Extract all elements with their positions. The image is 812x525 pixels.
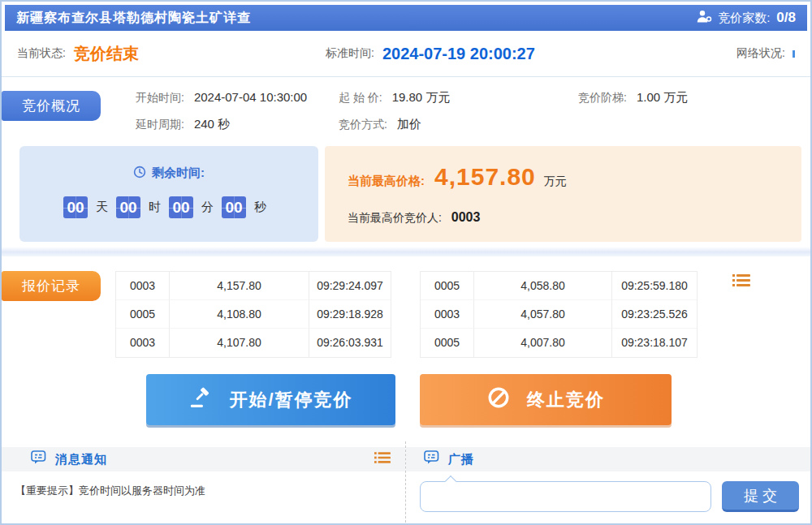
bid-table-left: 0003 4,157.80 09:29:24.097 0005 4,108.80… [115,271,391,358]
time-label: 标准时间: [326,46,374,61]
table-cell-price: 4,057.80 [474,300,612,329]
countdown-title: 剩余时间: [19,166,318,181]
field-value: 1.00 万元 [637,90,688,104]
list-icon[interactable] [732,273,750,290]
field-start-time: 开始时间:2024-07-04 10:30:00 [136,90,307,105]
speech-bubble-icon [31,450,47,468]
table-cell-bidder: 0005 [421,272,474,300]
network-status: 网络状况: [736,46,795,61]
start-pause-button[interactable]: 开始/暂停竞价 [146,374,395,425]
highest-price-panel: 当前最高价格: 4,157.80 万元 当前最高价竞价人: 0003 [325,146,801,242]
table-cell-price: 4,107.80 [170,329,309,357]
field-start-price: 起 始 价:19.80 万元 [339,90,450,105]
start-pause-label: 开始/暂停竞价 [229,388,352,412]
submit-button[interactable]: 提 交 [722,481,799,512]
highest-price-label: 当前最高价格: [348,174,425,189]
status-value: 竞价结束 [74,43,139,65]
messages-title: 消息通知 [55,452,107,467]
field-label: 竞价阶梯: [578,91,627,104]
countdown-hours: 00 [116,196,140,218]
field-bid-mode: 竞价方式:加价 [339,117,421,132]
title-bar: 新疆察布查尔县塔勒德村陶瓷土矿详查 竞价家数: 0/8 [5,5,807,31]
messages-list-icon[interactable] [374,451,391,467]
bidder-count-label: 竞价家数: [718,11,770,26]
records-section: 报价记录 0003 4,157.80 09:29:24.097 0005 4,1… [2,256,810,441]
field-label: 起 始 价: [339,91,382,104]
broadcast-input-row: 提 交 [406,471,810,512]
messages-panel: 消息通知 【重要提示】竞价时间以服务器时间为准 [2,441,405,523]
field-increment: 竞价阶梯:1.00 万元 [578,90,688,105]
highest-bidder-row: 当前最高价竞价人: 0003 [348,210,801,226]
table-cell-time: 09:23:18.107 [612,329,697,357]
network-signal-icon [793,50,795,58]
bidder-count: 竞价家数: 0/8 [696,10,796,27]
field-value: 加价 [397,117,421,131]
broadcast-panel: 广播 提 交 [405,441,810,523]
table-cell-bidder: 0003 [116,329,170,357]
countdown-digits: 00 天 00 时 00 分 00 秒 [19,196,318,218]
table-cell-time: 09:29:24.097 [309,272,391,300]
bid-table-right: 0005 4,058.80 09:25:59.180 0003 4,057.80… [420,271,698,358]
table-cell-time: 09:23:25.526 [612,300,697,329]
field-value: 2024-07-04 10:30:00 [194,90,307,104]
broadcast-input-bubble [420,481,711,512]
highest-price-value: 4,157.80 [434,163,536,191]
table-cell-price: 4,058.80 [474,272,612,300]
users-icon [696,10,712,27]
table-cell-bidder: 0005 [116,300,170,329]
highest-price-row: 当前最高价格: 4,157.80 万元 [348,163,801,191]
bottom-section: 消息通知 【重要提示】竞价时间以服务器时间为准 [2,441,810,523]
overview-section: 竞价概况 开始时间:2024-07-04 10:30:00 起 始 价:19.8… [2,77,810,247]
countdown-seconds-unit: 秒 [254,200,266,215]
overview-section-label: 竞价概况 [2,91,101,121]
highest-price-unit: 万元 [544,174,567,189]
table-cell-price: 4,007.80 [474,329,612,357]
field-label: 开始时间: [136,91,184,104]
gavel-icon [188,385,213,415]
countdown-hours-unit: 时 [149,200,161,215]
highest-bidder-label: 当前最高价竞价人: [348,211,442,224]
auction-page: 新疆察布查尔县塔勒德村陶瓷土矿详查 竞价家数: 0/8 当前状态: 竞价结束 标… [0,0,812,525]
records-section-label: 报价记录 [2,271,101,301]
countdown-days: 00 [63,196,88,218]
status-label: 当前状态: [17,46,66,61]
countdown-days-unit: 天 [96,200,108,215]
notice-text: 【重要提示】竞价时间以服务器时间为准 [2,471,405,498]
terminate-button[interactable]: 终止竞价 [420,374,672,425]
countdown-panel: 剩余时间: 00 天 00 时 00 分 00 秒 [19,146,318,242]
table-cell-price: 4,108.80 [170,300,309,329]
clock-icon [133,166,146,181]
prohibition-icon [486,385,511,415]
broadcast-title: 广播 [448,452,474,467]
highest-bidder-value: 0003 [451,210,481,224]
terminate-label: 终止竞价 [527,388,605,412]
countdown-minutes: 00 [169,196,193,218]
field-delay-period: 延时周期:240 秒 [136,117,230,132]
field-value: 19.80 万元 [392,90,451,104]
table-cell-time: 09:29:18.928 [309,300,391,329]
messages-header: 消息通知 [2,447,405,471]
countdown-label: 剩余时间: [152,166,205,181]
table-cell-time: 09:25:59.180 [612,272,697,300]
table-cell-price: 4,157.80 [170,272,309,300]
field-label: 竞价方式: [339,118,387,131]
field-value: 240 秒 [194,117,230,131]
bidder-count-value: 0/8 [776,10,796,26]
countdown-minutes-unit: 分 [201,200,214,215]
broadcast-header: 广播 [406,447,810,471]
speech-bubble-icon [424,450,440,468]
current-status: 当前状态: 竞价结束 [17,43,326,65]
table-cell-bidder: 0003 [421,300,474,329]
countdown-seconds: 00 [222,196,246,218]
time-value: 2024-07-19 20:00:27 [382,45,535,63]
table-cell-bidder: 0003 [116,272,170,300]
network-label: 网络状况: [736,46,785,61]
standard-time: 标准时间: 2024-07-19 20:00:27 [326,45,736,63]
page-title: 新疆察布查尔县塔勒德村陶瓷土矿详查 [16,10,251,27]
field-label: 延时周期: [136,118,184,131]
broadcast-input[interactable] [421,482,710,511]
table-cell-bidder: 0005 [421,329,474,357]
section-divider [2,247,810,256]
status-bar: 当前状态: 竞价结束 标准时间: 2024-07-19 20:00:27 网络状… [2,31,810,77]
table-cell-time: 09:26:03.931 [309,329,391,357]
